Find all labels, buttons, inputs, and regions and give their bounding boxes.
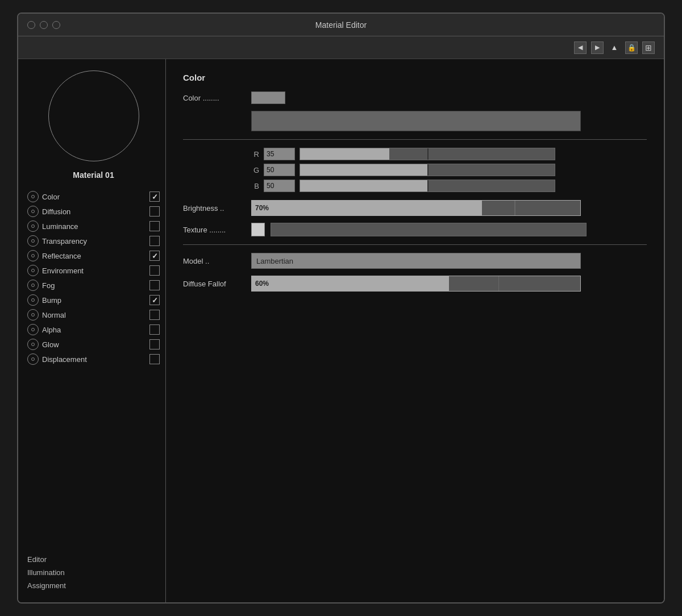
material-editor-window: Material Editor ◀ ▶ ▲ 🔒 ⊞ Material 01 Co… — [17, 13, 665, 603]
brightness-value: 70% — [255, 204, 269, 212]
nav-forward-button[interactable]: ▶ — [591, 41, 604, 54]
channel-label-transparency: Transparency — [42, 237, 146, 245]
channel-item-color: Color — [27, 191, 160, 202]
color-field-row: Color ........ — [183, 91, 647, 104]
color-field-label: Color ........ — [183, 94, 246, 102]
radio-fog[interactable] — [27, 280, 39, 291]
checkbox-diffusion[interactable] — [149, 206, 160, 217]
channel-item-glow: Glow — [27, 339, 160, 350]
checkbox-normal[interactable] — [149, 310, 160, 320]
checkbox-alpha[interactable] — [149, 324, 160, 335]
falloff-slider[interactable]: 60% — [251, 276, 581, 292]
falloff-value: 60% — [255, 280, 269, 288]
channel-label-alpha: Alpha — [42, 326, 146, 334]
b-input[interactable] — [264, 180, 295, 192]
nav-links: Editor Illumination Assignment — [27, 554, 160, 591]
minimize-button[interactable] — [40, 21, 48, 29]
channel-label-bump: Bump — [42, 296, 146, 305]
channel-label-normal: Normal — [42, 311, 146, 319]
checkbox-glow[interactable] — [149, 339, 160, 349]
radio-color[interactable] — [27, 191, 39, 202]
close-button[interactable] — [27, 21, 35, 29]
channel-item-alpha: Alpha — [27, 324, 160, 335]
channel-label-diffusion: Diffusion — [42, 207, 146, 216]
radio-luminance[interactable] — [27, 220, 39, 232]
radio-reflectance[interactable] — [27, 250, 39, 261]
section-title: Color — [183, 73, 647, 82]
channel-item-diffusion: Diffusion — [27, 206, 160, 217]
rgb-row-b: B — [251, 180, 647, 192]
checkbox-bump[interactable] — [149, 295, 160, 305]
checkbox-fog[interactable] — [149, 280, 160, 290]
checkbox-displacement[interactable] — [149, 354, 160, 364]
texture-row: Texture ........ — [183, 223, 647, 236]
checkbox-color[interactable] — [149, 192, 160, 202]
channel-item-bump: Bump — [27, 294, 160, 306]
channel-item-normal: Normal — [27, 309, 160, 321]
brightness-label: Brightness .. — [183, 204, 246, 213]
r-input[interactable] — [264, 148, 295, 160]
divider-1 — [183, 139, 647, 140]
title-bar: Material Editor — [18, 14, 664, 36]
main-panel: Color Color ........ R — [166, 59, 664, 602]
model-row: Model .. — [183, 253, 647, 269]
checkbox-reflectance[interactable] — [149, 251, 160, 261]
color-gradient-bar[interactable] — [251, 111, 581, 131]
radio-transparency[interactable] — [27, 235, 39, 247]
radio-bump[interactable] — [27, 294, 39, 306]
add-button[interactable]: ⊞ — [642, 41, 655, 54]
b-label: B — [251, 182, 259, 190]
color-swatch[interactable] — [251, 91, 285, 104]
nav-assignment[interactable]: Assignment — [27, 580, 160, 591]
model-input[interactable] — [251, 253, 581, 269]
channel-item-fog: Fog — [27, 280, 160, 291]
checkbox-luminance[interactable] — [149, 221, 160, 231]
channel-item-luminance: Luminance — [27, 220, 160, 232]
window-title: Material Editor — [315, 20, 367, 30]
r-slider[interactable] — [300, 148, 555, 160]
window-controls — [27, 21, 60, 29]
channel-label-reflectance: Reflectance — [42, 252, 146, 260]
radio-normal[interactable] — [27, 309, 39, 321]
channel-label-color: Color — [42, 193, 146, 201]
main-content: Material 01 Color Diffusion Lumi — [18, 59, 664, 602]
channel-label-displacement: Displacement — [42, 355, 146, 364]
checkbox-transparency[interactable] — [149, 236, 160, 246]
channel-item-reflectance: Reflectance — [27, 250, 160, 261]
radio-glow[interactable] — [27, 339, 39, 350]
radio-alpha[interactable] — [27, 324, 39, 335]
radio-environment[interactable] — [27, 265, 39, 276]
radio-diffusion[interactable] — [27, 206, 39, 217]
g-slider[interactable] — [300, 164, 555, 176]
lock-button[interactable]: 🔒 — [625, 41, 638, 54]
sidebar: Material 01 Color Diffusion Lumi — [18, 59, 166, 602]
material-name: Material 01 — [27, 170, 160, 180]
channel-item-transparency: Transparency — [27, 235, 160, 247]
texture-slot[interactable] — [271, 223, 587, 236]
material-preview-sphere — [48, 70, 139, 161]
nav-back-button[interactable]: ◀ — [574, 41, 587, 54]
model-label: Model .. — [183, 257, 246, 265]
brightness-row: Brightness .. 70% — [183, 200, 647, 216]
nav-illumination[interactable]: Illumination — [27, 567, 160, 578]
channel-label-fog: Fog — [42, 281, 146, 290]
r-label: R — [251, 150, 259, 159]
nav-editor[interactable]: Editor — [27, 554, 160, 565]
channel-list: Color Diffusion Luminance — [27, 191, 160, 545]
brightness-slider[interactable]: 70% — [251, 200, 581, 216]
g-input[interactable] — [264, 164, 295, 176]
maximize-button[interactable] — [52, 21, 60, 29]
rgb-section: R G B — [251, 148, 647, 192]
channel-item-environment: Environment — [27, 265, 160, 276]
rgb-row-r: R — [251, 148, 647, 160]
rgb-row-g: G — [251, 164, 647, 176]
texture-label: Texture ........ — [183, 226, 246, 234]
g-label: G — [251, 166, 259, 174]
nav-up-button[interactable]: ▲ — [608, 41, 621, 54]
radio-displacement[interactable] — [27, 353, 39, 365]
falloff-row: Diffuse Fallof 60% — [183, 276, 647, 292]
texture-thumbnail[interactable] — [251, 223, 265, 236]
b-slider[interactable] — [300, 180, 555, 192]
channel-label-environment: Environment — [42, 267, 146, 275]
checkbox-environment[interactable] — [149, 265, 160, 276]
